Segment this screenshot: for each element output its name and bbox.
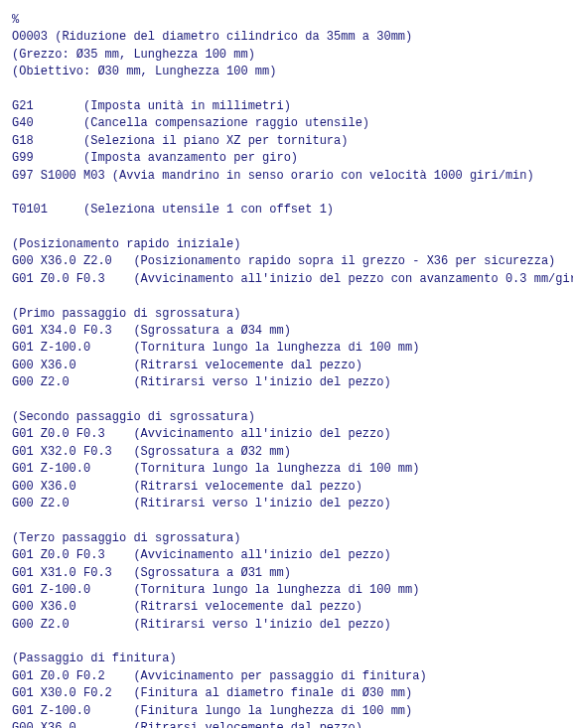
code-line: G01 Z0.0 F0.3 (Avvicinamento all'inizio …	[12, 547, 561, 564]
code-line: G00 X36.0 (Ritrarsi velocemente dal pezz…	[12, 720, 561, 728]
code-line	[12, 219, 561, 236]
code-line	[12, 512, 561, 529]
code-line: G01 Z0.0 F0.3 (Avvicinamento all'inizio …	[12, 271, 561, 288]
code-line: (Primo passaggio di sgrossatura)	[12, 306, 561, 323]
code-line: G01 Z-100.0 (Tornitura lungo la lunghezz…	[12, 340, 561, 357]
code-line: (Posizionamento rapido iniziale)	[12, 236, 561, 253]
code-line: G00 X36.0 Z2.0 (Posizionamento rapido so…	[12, 253, 561, 270]
code-line: (Secondo passaggio di sgrossatura)	[12, 409, 561, 426]
code-line: G00 X36.0 (Ritrarsi velocemente dal pezz…	[12, 358, 561, 374]
code-line	[12, 81, 561, 98]
code-line	[12, 392, 561, 409]
gcode-listing: %O0003 (Riduzione del diametro cilindric…	[12, 12, 561, 728]
code-line: G01 X30.0 F0.2 (Finitura al diametro fin…	[12, 685, 561, 702]
code-line: (Passaggio di finitura)	[12, 651, 561, 667]
code-line: G97 S1000 M03 (Avvia mandrino in senso o…	[12, 168, 561, 185]
code-line: G21 (Imposta unità in millimetri)	[12, 98, 561, 115]
code-line: G01 Z0.0 F0.3 (Avvicinamento all'inizio …	[12, 426, 561, 443]
code-line: G18 (Seleziona il piano XZ per tornitura…	[12, 133, 561, 150]
code-line: G99 (Imposta avanzamento per giro)	[12, 150, 561, 167]
code-line: (Terzo passaggio di sgrossatura)	[12, 530, 561, 547]
code-line: G01 X34.0 F0.3 (Sgrossatura a Ø34 mm)	[12, 323, 561, 340]
code-line: O0003 (Riduzione del diametro cilindrico…	[12, 29, 561, 46]
code-line	[12, 634, 561, 651]
code-line: G00 X36.0 (Ritrarsi velocemente dal pezz…	[12, 599, 561, 616]
code-line: G00 Z2.0 (Ritirarsi verso l'inizio del p…	[12, 374, 561, 391]
code-line: (Grezzo: Ø35 mm, Lunghezza 100 mm)	[12, 47, 561, 64]
code-line: G01 Z-100.0 (Tornitura lungo la lunghezz…	[12, 582, 561, 599]
code-line: T0101 (Seleziona utensile 1 con offset 1…	[12, 202, 561, 218]
code-line	[12, 185, 561, 202]
code-line: (Obiettivo: Ø30 mm, Lunghezza 100 mm)	[12, 64, 561, 80]
code-line: G01 X31.0 F0.3 (Sgrossatura a Ø31 mm)	[12, 565, 561, 582]
code-line: G01 Z-100.0 (Finitura lungo la lunghezza…	[12, 703, 561, 720]
code-line: G01 X32.0 F0.3 (Sgrossatura a Ø32 mm)	[12, 444, 561, 461]
code-line: G01 Z0.0 F0.2 (Avvicinamento per passagg…	[12, 668, 561, 685]
code-line: %	[12, 12, 561, 29]
code-line: G40 (Cancella compensazione raggio utens…	[12, 115, 561, 132]
code-line: G01 Z-100.0 (Tornitura lungo la lunghezz…	[12, 461, 561, 478]
code-line: G00 X36.0 (Ritrarsi velocemente dal pezz…	[12, 479, 561, 496]
code-line: G00 Z2.0 (Ritirarsi verso l'inizio del p…	[12, 617, 561, 634]
code-line: G00 Z2.0 (Ritirarsi verso l'inizio del p…	[12, 496, 561, 512]
code-line	[12, 288, 561, 305]
